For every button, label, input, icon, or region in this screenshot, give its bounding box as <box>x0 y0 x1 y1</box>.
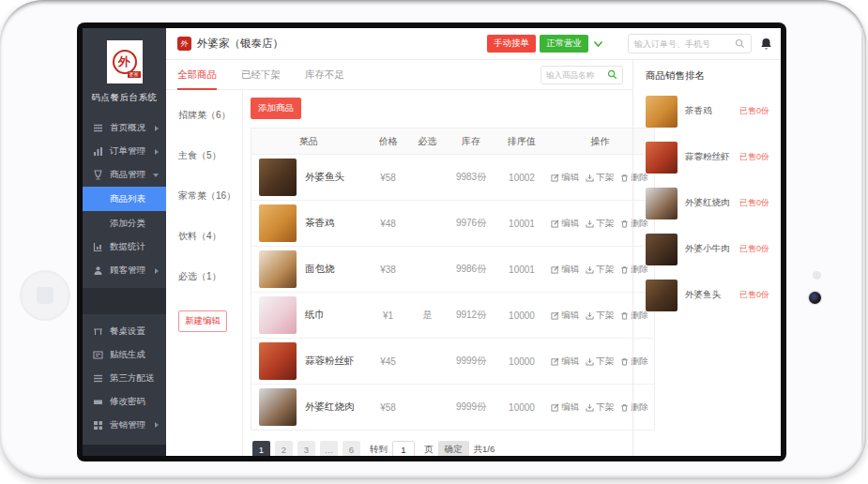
product-search-input[interactable] <box>546 70 607 80</box>
dish-sort: 10001 <box>498 247 546 293</box>
system-name: 码点餐后台系统 <box>92 92 158 104</box>
category-staple[interactable]: 主食（5） <box>178 149 242 189</box>
sales-ranking-panel: 商品销售排名 茶香鸡 已售0份 蒜蓉粉丝虾 已售0份 <box>632 60 781 456</box>
dish-sort: 10000 <box>498 339 546 385</box>
col-header-dish: 菜品 <box>251 129 366 155</box>
status-chevron-down-icon[interactable] <box>593 40 603 48</box>
page-button-1[interactable]: 1 <box>252 441 270 456</box>
tablet-frame: 外 婆家 码点餐后台系统 首页概况 订单管理 <box>0 0 866 479</box>
page-button-6[interactable]: 6 <box>343 441 360 456</box>
dish-photo <box>646 188 678 219</box>
dish-required <box>411 385 445 431</box>
sidebar-item-product-list[interactable]: 商品列表 <box>83 187 166 211</box>
dish-price: ¥58 <box>366 385 411 431</box>
sidebar: 外 婆家 码点餐后台系统 首页概况 订单管理 <box>83 28 166 456</box>
ranking-item: 茶香鸡 已售0份 <box>646 88 769 134</box>
off-shelf-button[interactable]: 下架 <box>586 401 614 414</box>
edit-button[interactable]: 编辑 <box>551 264 579 276</box>
delivery-icon <box>92 372 103 384</box>
page-button-2[interactable]: 2 <box>275 441 293 456</box>
edit-button[interactable]: 编辑 <box>551 310 579 322</box>
tab-low-stock[interactable]: 库存不足 <box>305 60 344 90</box>
off-shelf-button[interactable]: 下架 <box>586 355 614 368</box>
dish-sort: 10000 <box>498 293 546 339</box>
sidebar-item-customers[interactable]: 顾客管理 <box>83 259 166 282</box>
category-signature[interactable]: 招牌菜（6） <box>178 109 242 149</box>
dish-photo <box>259 204 297 242</box>
table-row: 外婆鱼头 ¥58 9983份 10002 编辑 下架 <box>251 155 655 201</box>
sidebar-item-table-settings[interactable]: 餐桌设置 <box>83 320 166 343</box>
category-homestyle[interactable]: 家常菜（16） <box>178 189 242 230</box>
sidebar-item-label: 首页概况 <box>110 122 145 134</box>
tab-off-shelf[interactable]: 已经下架 <box>241 60 281 90</box>
hamburger-icon <box>92 123 103 134</box>
tablet-sensor-dot <box>813 271 821 280</box>
sidebar-item-orders[interactable]: 订单管理 <box>83 140 166 163</box>
table-header-row: 菜品 价格 必选 库存 排序值 操作 <box>251 129 655 155</box>
dish-stock: 9999份 <box>445 339 498 385</box>
top-bar-right: 手动接单 正常营业 <box>487 34 772 53</box>
edit-button[interactable]: 编辑 <box>551 401 579 414</box>
goto-page-input[interactable] <box>392 441 415 456</box>
dish-photo <box>259 250 297 288</box>
page-button-3[interactable]: 3 <box>297 441 315 456</box>
sidebar-item-marketing[interactable]: 营销管理 <box>83 414 166 437</box>
notification-bell-icon[interactable] <box>760 38 772 51</box>
business-status-button[interactable]: 正常营业 <box>540 35 588 53</box>
product-table: 菜品 价格 必选 库存 排序值 操作 <box>251 128 655 431</box>
table-row: 蒜蓉粉丝虾 ¥45 9999份 10000 编辑 下架 <box>251 339 655 385</box>
sidebar-item-statistics[interactable]: 数据统计 <box>83 235 166 259</box>
sidebar-item-delivery[interactable]: 第三方配送 <box>83 367 166 390</box>
password-icon <box>92 396 103 407</box>
main-area: 外 外婆家（银泰店） 手动接单 正常营业 <box>166 28 781 456</box>
ranking-item: 外婆红烧肉 已售0份 <box>646 180 769 226</box>
ranking-sold-badge: 已售0份 <box>739 289 769 301</box>
off-shelf-button[interactable]: 下架 <box>586 264 614 276</box>
content-row: 全部商品 已经下架 库存不足 招牌菜（6） 主食（5） <box>166 60 781 456</box>
edit-button[interactable]: 编辑 <box>551 355 579 368</box>
dish-price: ¥58 <box>366 155 411 201</box>
add-product-button[interactable]: 添加商品 <box>251 98 301 119</box>
edit-button[interactable]: 编辑 <box>551 218 579 230</box>
sidebar-item-add-category[interactable]: 添加分类 <box>83 211 166 235</box>
store-name: 外婆家（银泰店） <box>197 37 283 51</box>
goods-icon <box>92 170 103 181</box>
page-button-ellipsis[interactable]: … <box>320 441 338 456</box>
off-shelf-button[interactable]: 下架 <box>586 172 614 184</box>
ranking-dish-name: 外婆红烧肉 <box>685 197 730 209</box>
sidebar-item-label: 营销管理 <box>110 419 145 431</box>
chevron-right-icon <box>155 422 159 428</box>
order-search-input[interactable] <box>634 39 735 49</box>
off-shelf-button[interactable]: 下架 <box>586 218 614 230</box>
dish-photo <box>259 296 297 334</box>
sidebar-item-products[interactable]: 商品管理 <box>83 163 166 187</box>
home-button-inner <box>37 287 53 304</box>
new-category-button[interactable]: 新建编辑 <box>178 310 227 332</box>
chevron-right-icon <box>155 126 159 131</box>
tablet-camera <box>809 292 821 304</box>
sidebar-item-sticker-generate[interactable]: 贴纸生成 <box>83 343 166 367</box>
tab-all-products[interactable]: 全部商品 <box>177 60 217 90</box>
sidebar-nav-primary: 首页概况 订单管理 商品管理 商品列表 添加分类 <box>83 116 166 282</box>
dish-required <box>411 339 445 385</box>
category-column: 招牌菜（6） 主食（5） 家常菜（16） 饮料（4） 必选（1） 新建编辑 <box>166 90 243 456</box>
category-drinks[interactable]: 饮料（4） <box>178 230 242 270</box>
category-required[interactable]: 必选（1） <box>178 270 242 310</box>
search-icon[interactable] <box>735 38 745 49</box>
sidebar-item-password[interactable]: 修改密码 <box>83 390 166 414</box>
off-shelf-button[interactable]: 下架 <box>586 310 614 322</box>
sidebar-item-label: 第三方配送 <box>110 372 155 385</box>
sidebar-item-home[interactable]: 首页概况 <box>83 116 166 140</box>
dish-required <box>411 247 445 293</box>
manual-order-button[interactable]: 手动接单 <box>487 35 536 53</box>
dish-sort: 10000 <box>498 385 546 431</box>
product-search-box <box>541 66 623 84</box>
ranking-dish-name: 蒜蓉粉丝虾 <box>685 151 730 163</box>
col-header-required: 必选 <box>411 129 445 155</box>
edit-button[interactable]: 编辑 <box>551 172 579 184</box>
ranking-item: 外婆鱼头 已售0份 <box>646 272 769 318</box>
search-icon-green[interactable] <box>607 69 617 80</box>
tablet-home-button[interactable] <box>21 271 69 320</box>
dish-name: 茶香鸡 <box>305 217 335 230</box>
goto-confirm-button[interactable]: 确定 <box>438 441 469 456</box>
